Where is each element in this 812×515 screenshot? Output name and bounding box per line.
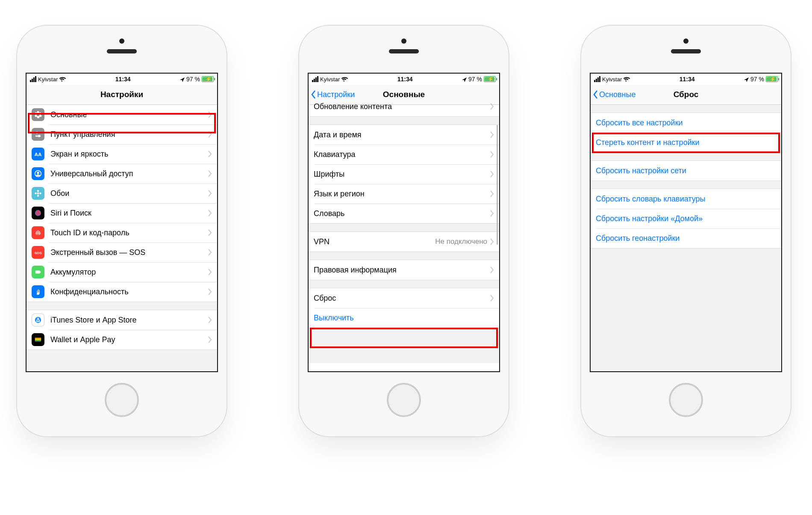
row-label: Универсальный доступ bbox=[50, 169, 208, 178]
row-label: Словарь bbox=[314, 209, 490, 218]
battery-icon: ⚡ bbox=[766, 76, 778, 82]
row-label: Шрифты bbox=[314, 170, 490, 179]
row-label: Стереть контент и настройки bbox=[596, 138, 776, 147]
home-button[interactable] bbox=[387, 383, 421, 417]
clock: 11:34 bbox=[115, 76, 131, 83]
list-row[interactable]: VPNНе подключено bbox=[309, 232, 499, 252]
screen-reset: Kyivstar 11:34 97 % ⚡ Основные Сброс Сбр… bbox=[590, 73, 782, 372]
settings-row-batt[interactable]: Аккумулятор bbox=[26, 262, 217, 282]
wifi-icon bbox=[624, 77, 630, 82]
list-row[interactable]: Дата и время bbox=[309, 125, 499, 145]
phone-settings: Kyivstar 11:34 97 % ⚡ Настройки Основные… bbox=[17, 26, 227, 436]
settings-row-gear[interactable]: Основные bbox=[26, 105, 217, 124]
list-row[interactable]: Язык и регион bbox=[309, 184, 499, 204]
list-row[interactable]: Обновление контента bbox=[309, 97, 499, 116]
settings-row-hand[interactable]: Конфиденциальность bbox=[26, 282, 217, 302]
row-label: Сбросить настройки «Домой» bbox=[596, 214, 776, 223]
row-label: iTunes Store и App Store bbox=[50, 316, 208, 325]
phone-bezel bbox=[581, 26, 791, 73]
sliders-icon bbox=[32, 128, 44, 141]
settings-row-appstore[interactable]: iTunes Store и App Store bbox=[26, 310, 217, 330]
row-label: Сбросить словарь клавиатуры bbox=[596, 195, 776, 204]
list-row[interactable]: Правовая информация bbox=[309, 260, 499, 280]
settings-row-flower[interactable]: Обои bbox=[26, 184, 217, 203]
wifi-icon bbox=[59, 77, 66, 82]
settings-row-finger[interactable]: Touch ID и код-пароль bbox=[26, 223, 217, 243]
row-label: Конфиденциальность bbox=[50, 287, 208, 296]
list-row[interactable]: Сбросить все настройки bbox=[591, 113, 781, 133]
list-row[interactable]: Словарь bbox=[309, 204, 499, 223]
list-row[interactable]: Сбросить настройки «Домой» bbox=[591, 209, 781, 228]
carrier-label: Kyivstar bbox=[38, 76, 58, 83]
finger-icon bbox=[32, 226, 44, 239]
list-row[interactable]: Шрифты bbox=[309, 164, 499, 184]
row-label: Обои bbox=[50, 189, 208, 198]
row-label: Siri и Поиск bbox=[50, 209, 208, 218]
row-label: Сбросить все настройки bbox=[596, 118, 776, 127]
row-label: Язык и регион bbox=[314, 189, 490, 198]
row-label: Выключить bbox=[314, 314, 494, 323]
home-button[interactable] bbox=[105, 383, 139, 417]
nav-title: Настройки bbox=[100, 90, 143, 99]
nav-title: Сброс bbox=[674, 90, 699, 99]
home-button[interactable] bbox=[669, 383, 703, 417]
battery-percent: 97 % bbox=[186, 76, 200, 83]
settings-row-sliders[interactable]: Пункт управления bbox=[26, 124, 217, 144]
general-list[interactable]: Обновление контента Дата и времяКлавиату… bbox=[309, 96, 499, 363]
battery-icon: ⚡ bbox=[484, 76, 496, 82]
scrollbar[interactable] bbox=[497, 125, 498, 245]
phone-bezel bbox=[299, 26, 509, 73]
sos-icon bbox=[32, 246, 44, 259]
battery-icon: ⚡ bbox=[202, 76, 214, 82]
person-icon bbox=[32, 167, 44, 180]
phone-reset: Kyivstar 11:34 97 % ⚡ Основные Сброс Сбр… bbox=[581, 26, 791, 436]
siri-icon bbox=[32, 207, 44, 219]
screen-general: Kyivstar 11:34 97 % ⚡ Настройки Основные… bbox=[308, 73, 500, 372]
screen-settings: Kyivstar 11:34 97 % ⚡ Настройки Основные… bbox=[26, 73, 218, 372]
list-row[interactable]: Сброс bbox=[309, 288, 499, 308]
row-value: Не подключено bbox=[435, 237, 487, 246]
settings-row-siri[interactable]: Siri и Поиск bbox=[26, 203, 217, 223]
list-row[interactable]: Стереть контент и настройки bbox=[591, 133, 781, 152]
list-row[interactable]: Клавиатура bbox=[309, 145, 499, 164]
settings-list[interactable]: ОсновныеПункт управленияЭкран и яркостьУ… bbox=[26, 105, 217, 372]
back-label: Основные bbox=[599, 90, 635, 99]
row-label: Правовая информация bbox=[314, 266, 490, 275]
status-bar: Kyivstar 11:34 97 % ⚡ bbox=[309, 74, 499, 85]
list-row[interactable]: Выключить bbox=[309, 308, 499, 328]
back-button[interactable]: Основные bbox=[593, 85, 635, 104]
location-icon bbox=[462, 77, 467, 82]
signal-icon bbox=[594, 76, 600, 82]
row-label: Основные bbox=[50, 110, 208, 119]
row-label: Пункт управления bbox=[50, 130, 208, 139]
reset-list[interactable]: Сбросить все настройкиСтереть контент и … bbox=[591, 105, 781, 372]
batt-icon bbox=[32, 266, 44, 278]
aa-icon bbox=[32, 148, 44, 160]
carrier-label: Kyivstar bbox=[320, 76, 340, 83]
wallet-icon bbox=[32, 333, 44, 346]
row-label: Touch ID и код-пароль bbox=[50, 228, 208, 237]
row-label: Сброс bbox=[314, 294, 490, 303]
chevron-left-icon bbox=[593, 90, 598, 99]
row-label: Сбросить геонастройки bbox=[596, 234, 776, 243]
row-label: Обновление контента bbox=[314, 102, 490, 111]
clock: 11:34 bbox=[680, 76, 695, 83]
clock: 11:34 bbox=[397, 76, 413, 83]
row-label: VPN bbox=[314, 237, 435, 246]
list-row[interactable]: Сбросить словарь клавиатуры bbox=[591, 189, 781, 209]
list-row[interactable]: Сбросить геонастройки bbox=[591, 228, 781, 248]
settings-row-person[interactable]: Универсальный доступ bbox=[26, 164, 217, 184]
signal-icon bbox=[312, 76, 318, 82]
row-label: Аккумулятор bbox=[50, 268, 208, 277]
gear-icon bbox=[32, 108, 44, 121]
signal-icon bbox=[30, 76, 36, 82]
row-label: Экран и яркость bbox=[50, 150, 208, 159]
list-row[interactable]: Сбросить настройки сети bbox=[591, 161, 781, 181]
settings-row-aa[interactable]: Экран и яркость bbox=[26, 144, 217, 164]
settings-row-wallet[interactable]: Wallet и Apple Pay bbox=[26, 330, 217, 349]
row-label: Wallet и Apple Pay bbox=[50, 335, 208, 344]
appstore-icon bbox=[32, 314, 44, 326]
settings-row-sos[interactable]: Экстренный вызов — SOS bbox=[26, 243, 217, 262]
row-label: Клавиатура bbox=[314, 150, 490, 159]
status-bar: Kyivstar 11:34 97 % ⚡ bbox=[591, 74, 781, 85]
